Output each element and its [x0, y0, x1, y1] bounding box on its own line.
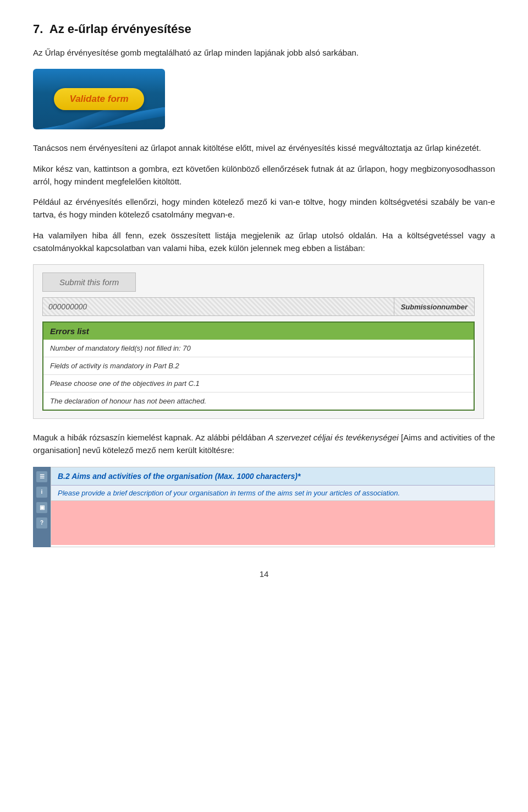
paragraph-3: Mikor kész van, kattintson a gombra, ezt…: [33, 162, 495, 188]
form-preview: Submit this form 000000000 Submission nu…: [33, 264, 484, 419]
sidebar-icon-info: i: [36, 487, 47, 498]
paragraph-1: Az Űrlap érvényesítése gomb megtalálható…: [33, 46, 495, 59]
error-item-1: Number of mandatory field(s) not filled …: [43, 340, 474, 357]
paragraph-6: Maguk a hibák rózsaszín kiemelést kapnak…: [33, 431, 495, 457]
error-item-3: Please choose one of the objectives in p…: [43, 375, 474, 393]
b2-subtitle: Please provide a brief description of yo…: [51, 486, 494, 501]
b2-header: B.2 Aims and activities of the organisat…: [51, 467, 494, 486]
b2-title: B.2 Aims and activities of the organisat…: [58, 472, 488, 481]
paragraph-6-part1: Maguk a hibák rózsaszín kiemelést kapnak…: [33, 433, 268, 442]
sidebar-icon-doc: ▣: [36, 502, 47, 513]
errors-list-header: Errors list: [43, 323, 474, 340]
b2-main-content: B.2 Aims and activities of the organisat…: [51, 467, 495, 547]
submit-this-form-button[interactable]: Submit this form: [42, 273, 136, 292]
paragraph-2: Tanácsos nem érvényesíteni az űrlapot an…: [33, 141, 495, 154]
errors-section: Errors list Number of mandatory field(s)…: [42, 321, 475, 411]
sidebar-icon-menu: ☰: [36, 471, 47, 482]
page-number: 14: [33, 569, 495, 579]
b2-section-wrapper: ☰ i ▣ ? B.2 Aims and activities of the o…: [33, 467, 495, 547]
validate-form-button[interactable]: Validate form: [54, 88, 144, 110]
section-title: Az e-űrlap érvényesítése: [50, 22, 191, 36]
b2-sidebar: ☰ i ▣ ?: [33, 467, 51, 547]
submission-number-label: Submission number: [394, 297, 475, 316]
sidebar-icon-help: ?: [36, 517, 47, 528]
section-heading: 7. Az e-űrlap érvényesítése: [33, 22, 495, 36]
error-item-4: The declaration of honour has not been a…: [43, 393, 474, 410]
paragraph-5: Ha valamilyen hiba áll fenn, ezek összes…: [33, 229, 495, 255]
section-number: 7.: [33, 22, 43, 36]
paragraph-6-italic: A szervezet céljai és tevékenységei: [268, 433, 398, 442]
validate-form-image: Validate form: [33, 69, 165, 129]
error-item-2: Fields of activity is mandatory in Part …: [43, 357, 474, 375]
b2-textarea[interactable]: [51, 501, 494, 545]
paragraph-4: Például az érvényesítés ellenőrzi, hogy …: [33, 195, 495, 221]
number-field: 000000000: [42, 297, 394, 316]
form-number-row: 000000000 Submission number: [42, 297, 475, 316]
